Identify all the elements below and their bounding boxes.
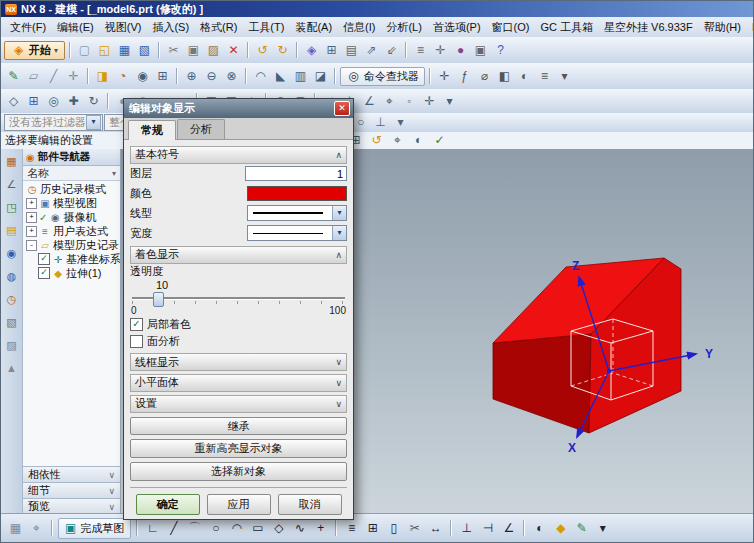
section-basic-symbols[interactable]: 基本符号 ∧ <box>130 146 347 164</box>
copy-icon[interactable]: ▣ <box>184 41 203 60</box>
point-icon[interactable]: + <box>311 519 330 538</box>
apply-button[interactable]: 应用 <box>207 494 271 515</box>
system-materials-icon[interactable]: ▧ <box>3 314 20 331</box>
checkbox[interactable]: ✓ <box>38 253 50 265</box>
import-icon[interactable]: ⇙ <box>382 41 401 60</box>
more-snap-icon[interactable]: ▾ <box>391 113 410 132</box>
fillet-icon[interactable]: ◠ <box>227 519 246 538</box>
section-shaded-display[interactable]: 着色显示 ∧ <box>130 246 347 264</box>
open-icon[interactable]: ◱ <box>95 41 114 60</box>
zoom-icon[interactable]: ◎ <box>44 92 63 111</box>
face-analysis-checkbox[interactable] <box>130 335 143 348</box>
cue-undo-icon[interactable]: ↺ <box>367 131 386 150</box>
more-commands-icon[interactable]: ▾ <box>555 67 574 86</box>
profile-icon[interactable]: ∟ <box>143 519 162 538</box>
inherit-button[interactable]: 继承 <box>130 417 347 436</box>
close-icon[interactable]: ✕ <box>334 101 350 116</box>
trim-body-icon[interactable]: ◪ <box>311 67 330 86</box>
rehighlight-button[interactable]: 重新高亮显示对象 <box>130 439 347 458</box>
circle-icon[interactable]: ○ <box>206 519 225 538</box>
new-icon[interactable]: ▢ <box>75 41 94 60</box>
menu-item-3[interactable]: 插入(S) <box>147 18 194 37</box>
polygon-icon[interactable]: ◇ <box>269 519 288 538</box>
slider-handle[interactable] <box>153 292 164 307</box>
width-combo[interactable]: ▾ <box>247 225 347 241</box>
snap-icon[interactable]: ⌖ <box>380 92 399 111</box>
point-set-icon[interactable]: ◦ <box>400 92 419 111</box>
subtract-icon[interactable]: ⊖ <box>202 67 221 86</box>
menu-item-0[interactable]: 文件(F) <box>5 18 51 37</box>
save-icon[interactable]: ▦ <box>115 41 134 60</box>
unite-icon[interactable]: ⊕ <box>182 67 201 86</box>
expand-icon[interactable]: + <box>26 198 37 209</box>
shell-icon[interactable]: ▥ <box>291 67 310 86</box>
revolve-icon[interactable]: ◔ <box>113 67 132 86</box>
tree-item-model-views[interactable]: +▣模型视图 <box>23 196 120 210</box>
reuse-library-icon[interactable]: ▤ <box>3 222 20 239</box>
history-palette-icon[interactable]: ◷ <box>3 291 20 308</box>
finish-sketch-button[interactable]: ▣ 完成草图 <box>58 518 131 539</box>
tree-item-history-mode[interactable]: ◷历史记录模式 <box>23 182 120 196</box>
constraint-navigator-icon[interactable]: ∠ <box>3 176 20 193</box>
collapse-icon[interactable]: - <box>26 240 37 251</box>
roles-icon[interactable]: ▲ <box>3 360 20 377</box>
cue-check-icon[interactable]: ✓ <box>430 131 449 150</box>
customize-icon[interactable]: ✛ <box>431 41 450 60</box>
section-settings[interactable]: 设置 ∨ <box>130 395 347 413</box>
more-sketch-icon[interactable]: ▾ <box>593 519 612 538</box>
sketch-icon[interactable]: ✎ <box>4 67 23 86</box>
tab-general[interactable]: 常规 <box>128 120 176 140</box>
pattern-curve-icon[interactable]: ⊞ <box>363 519 382 538</box>
tree-item-user-expressions[interactable]: +≡用户表达式 <box>23 224 120 238</box>
menu-item-4[interactable]: 格式(R) <box>195 18 242 37</box>
menu-item-9[interactable]: 首选项(P) <box>428 18 486 37</box>
cue-shade-icon[interactable]: ◐ <box>409 131 428 150</box>
line-icon[interactable]: ╱ <box>164 519 183 538</box>
expand-icon[interactable]: + <box>26 212 37 223</box>
select-new-object-button[interactable]: 选择新对象 <box>130 462 347 481</box>
layer-input[interactable] <box>245 166 347 181</box>
part-navigator-header[interactable]: ◉ 部件导航器 <box>23 149 120 166</box>
extrude-icon[interactable]: ◨ <box>93 67 112 86</box>
checkbox[interactable]: ✓ <box>38 267 50 279</box>
datum-plane-icon[interactable]: ▱ <box>24 67 43 86</box>
mirror-curve-icon[interactable]: ▯ <box>384 519 403 538</box>
export-icon[interactable]: ⇗ <box>362 41 381 60</box>
cancel-button[interactable]: 取消 <box>278 494 342 515</box>
sketch-prefs-icon[interactable]: ✎ <box>572 519 591 538</box>
selection-filter-combo[interactable]: 没有选择过滤器 ▾ <box>4 114 103 131</box>
datum-axis-icon[interactable]: ╱ <box>44 67 63 86</box>
angle-icon[interactable]: ∠ <box>360 92 379 111</box>
show-constraints-icon[interactable]: ◐ <box>530 519 549 538</box>
tree-item-datum-csys[interactable]: ✓✛基准坐标系 <box>23 252 120 266</box>
undo-icon[interactable]: ↺ <box>253 41 272 60</box>
fit-view-icon[interactable]: ⊞ <box>24 92 43 111</box>
move-object-icon[interactable]: ✛ <box>435 67 454 86</box>
touch-mode-icon[interactable]: ◈ <box>302 41 321 60</box>
part-navigator-icon[interactable]: ◳ <box>3 199 20 216</box>
rotate-view-icon[interactable]: ↻ <box>84 92 103 111</box>
menu-item-13[interactable]: 帮助(H) <box>699 18 746 37</box>
command-finder-button[interactable]: ◎ 命令查找器 <box>340 67 425 86</box>
snapshot-icon[interactable]: ▣ <box>471 41 490 60</box>
menu-item-1[interactable]: 编辑(E) <box>52 18 99 37</box>
tree-item-camera[interactable]: +✓◉摄像机 <box>23 210 120 224</box>
plot-icon[interactable]: ▤ <box>342 41 361 60</box>
column-options-icon[interactable]: ▾ <box>112 169 116 178</box>
auto-dimension-icon[interactable]: ∠ <box>499 519 518 538</box>
details-panel[interactable]: 细节 ∨ <box>23 482 120 498</box>
window-layout-icon[interactable]: ⊞ <box>322 41 341 60</box>
intersect-icon[interactable]: ⊗ <box>222 67 241 86</box>
rectangle-icon[interactable]: ▭ <box>248 519 267 538</box>
properties-icon[interactable]: ≡ <box>411 41 430 60</box>
delete-icon[interactable]: ✕ <box>224 41 243 60</box>
measure-distance-icon[interactable]: ⌀ <box>475 67 494 86</box>
linetype-combo[interactable]: ▾ <box>247 205 347 221</box>
tree-item-extrude-1[interactable]: ✓◆拉伸(1) <box>23 266 120 280</box>
dimension-icon[interactable]: ⊣ <box>478 519 497 538</box>
tree-item-model-history[interactable]: -▱模型历史记录 <box>23 238 120 252</box>
preview-panel[interactable]: 预览 ∨ <box>23 498 120 514</box>
expression-icon[interactable]: ƒ <box>455 67 474 86</box>
expand-icon[interactable]: + <box>26 226 37 237</box>
cue-snap-icon[interactable]: ⌖ <box>388 131 407 150</box>
